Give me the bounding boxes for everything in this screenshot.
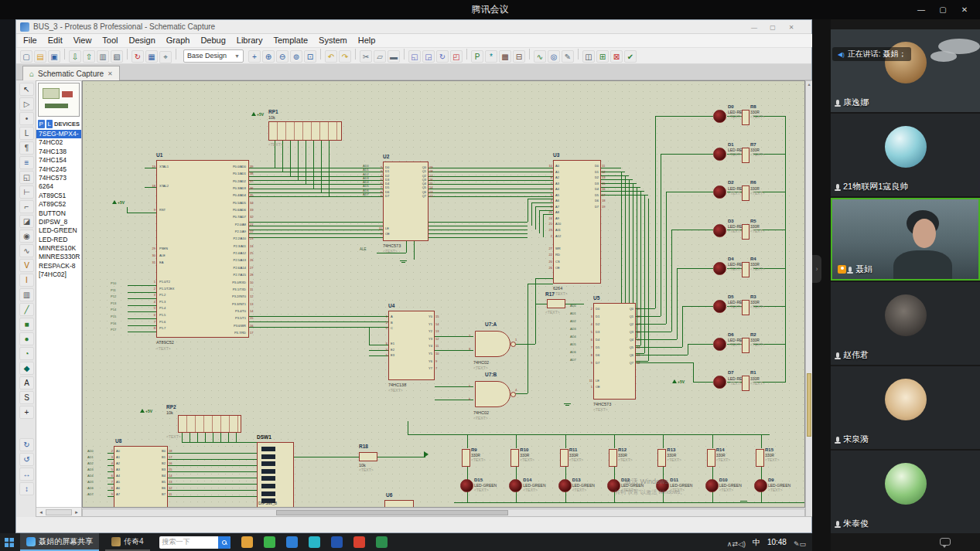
- component-u2[interactable]: D0D1D2D3D4D5D6D7 Q0Q1Q2Q3Q4Q5Q6Q7 LEOE 2…: [383, 162, 429, 241]
- taskbar-game-button[interactable]: 传奇4: [105, 533, 150, 551]
- resistor[interactable]: R13330R<TEXT>: [656, 447, 699, 478]
- bus-mode-icon[interactable]: ≡: [19, 156, 34, 169]
- participant-tile[interactable]: 康逸娜: [831, 29, 980, 112]
- menu-item[interactable]: Help: [353, 34, 381, 47]
- component-rp2[interactable]: [178, 415, 241, 433]
- zoom-out-icon[interactable]: ⊖: [276, 50, 289, 63]
- participant-tile[interactable]: 朱泰俊: [831, 451, 980, 533]
- resistor[interactable]: R2330R<TEXT>: [740, 332, 775, 365]
- search-tag-icon[interactable]: ◎: [548, 50, 560, 63]
- current-probe-mode-icon[interactable]: I: [19, 274, 34, 287]
- device-list-item[interactable]: 7SEG-MPX4-: [36, 130, 81, 138]
- component-u3[interactable]: A0A1A2A3A4A5A6A7A8A9A10A11A12 WRRDCSOE D…: [553, 160, 601, 284]
- markers-mode-icon[interactable]: +: [19, 406, 34, 419]
- resistor[interactable]: R7330R<TEXT>: [740, 142, 775, 175]
- resistor[interactable]: R15330R<TEXT>: [754, 447, 797, 478]
- app-blue-icon[interactable]: [331, 536, 343, 548]
- led[interactable]: D9LED-GREEN<TEXT>: [754, 478, 797, 504]
- selection-mode-icon[interactable]: ↖: [19, 83, 34, 96]
- toggle-grid-icon[interactable]: ▦: [145, 50, 158, 63]
- junction-dot-mode-icon[interactable]: •: [19, 112, 34, 125]
- component-r18[interactable]: [359, 452, 377, 461]
- mark-output-area-icon[interactable]: ▧: [111, 50, 123, 63]
- menu-item[interactable]: Design: [124, 34, 161, 47]
- led[interactable]: D15LED-GREEN<TEXT>: [460, 478, 504, 504]
- component-u5[interactable]: D0D1D2D3D4D5D6D7 Q0Q1Q2Q3Q4Q5Q6Q7 LEOE 2…: [593, 303, 636, 400]
- window-close-icon[interactable]: ✕: [782, 20, 801, 34]
- block-copy-icon[interactable]: ◱: [408, 50, 421, 63]
- resistor[interactable]: R12330R<TEXT>: [607, 447, 650, 478]
- 2d-symbol-mode-icon[interactable]: S: [19, 391, 34, 404]
- tab-close-icon[interactable]: ✕: [108, 70, 113, 77]
- new-file-icon[interactable]: ▢: [20, 50, 32, 63]
- device-list-item[interactable]: 6264: [36, 182, 81, 191]
- app-folder-icon[interactable]: [241, 536, 253, 548]
- device-list-item[interactable]: MINRES330R: [36, 253, 81, 261]
- undo-icon[interactable]: ↶: [325, 50, 337, 63]
- resistor[interactable]: R10330R<TEXT>: [509, 447, 552, 478]
- device-list-item[interactable]: DIPSW_8: [36, 218, 81, 226]
- search-button[interactable]: [218, 536, 230, 549]
- scroll-track[interactable]: [46, 509, 72, 515]
- app-red-icon[interactable]: [353, 536, 365, 548]
- virtual-instruments-mode-icon[interactable]: ▥: [19, 288, 34, 301]
- print-icon[interactable]: ▥: [97, 50, 109, 63]
- device-list-item[interactable]: LED-RED: [36, 236, 81, 244]
- property-assignment-icon[interactable]: ✎: [562, 50, 574, 63]
- remove-sheet-icon[interactable]: ⊠: [610, 50, 623, 63]
- refresh-icon[interactable]: ↻: [131, 50, 144, 63]
- resistor[interactable]: R3330R<TEXT>: [740, 294, 775, 327]
- device-pin-mode-icon[interactable]: ⌐: [19, 200, 34, 213]
- component-dsw1[interactable]: [257, 442, 294, 508]
- make-device-icon[interactable]: *: [485, 50, 497, 63]
- scroll-thumb[interactable]: [807, 373, 811, 437]
- device-list-item[interactable]: BUTTON: [36, 209, 81, 218]
- resistor[interactable]: R9330R<TEXT>: [460, 447, 504, 478]
- tape-recorder-mode-icon[interactable]: ◉: [19, 230, 34, 243]
- rotate-clockwise-icon[interactable]: ↻: [19, 438, 34, 451]
- decompose-icon[interactable]: ⊟: [513, 50, 525, 63]
- import-icon[interactable]: ⇩: [69, 50, 81, 63]
- led[interactable]: D13LED-GREEN<TEXT>: [558, 478, 602, 504]
- wire-autorouter-icon[interactable]: ∿: [534, 50, 546, 63]
- redo-icon[interactable]: ↷: [339, 50, 351, 63]
- menu-item[interactable]: Graph: [161, 34, 196, 47]
- tray-ink-icon[interactable]: ✎: [794, 540, 800, 548]
- library-button[interactable]: L: [46, 120, 53, 128]
- device-list-item[interactable]: MINRES10K: [36, 244, 81, 253]
- menu-item[interactable]: Edit: [43, 34, 68, 47]
- tray-expand-icon[interactable]: ∧: [727, 540, 732, 548]
- close-icon[interactable]: ✕: [954, 0, 975, 19]
- scroll-left-icon[interactable]: ◂: [36, 509, 46, 515]
- 2d-circle-mode-icon[interactable]: ●: [19, 332, 34, 345]
- electrical-rule-check-icon[interactable]: ✔: [624, 50, 637, 63]
- device-list-item[interactable]: 74HC573: [36, 174, 81, 182]
- app-browser-icon[interactable]: [286, 536, 298, 548]
- windows-start-icon[interactable]: [5, 538, 14, 547]
- participant-tile[interactable]: 宋泉漪: [831, 366, 980, 449]
- taskbar-share-button[interactable]: 聂娟的屏幕共享: [20, 533, 99, 551]
- voltage-probe-mode-icon[interactable]: V: [19, 259, 34, 272]
- schematic-canvas[interactable]: RP1 10k <TEXT> XTAL1XTAL2 RST PSENALEEA …: [82, 80, 805, 508]
- rotate-anticlockwise-icon[interactable]: ↺: [19, 453, 34, 466]
- wire-label-mode-icon[interactable]: L: [19, 127, 34, 140]
- block-delete-icon[interactable]: ◰: [450, 50, 463, 63]
- export-icon[interactable]: ⇧: [83, 50, 95, 63]
- resistor[interactable]: R4330R<TEXT>: [740, 257, 775, 289]
- pick-devices-button[interactable]: P: [38, 120, 45, 128]
- tray-volume-icon[interactable]: ◁): [738, 540, 746, 548]
- led[interactable]: D14LED-GREEN<TEXT>: [509, 478, 552, 504]
- design-explorer-icon[interactable]: ◫: [582, 50, 595, 63]
- zoom-in-icon[interactable]: ⊕: [262, 50, 275, 63]
- 2d-text-mode-icon[interactable]: A: [19, 376, 34, 389]
- taskbar-clock[interactable]: 10:48: [767, 538, 787, 546]
- scroll-thumb[interactable]: [276, 510, 508, 515]
- device-list-item[interactable]: RESPACK-8: [36, 262, 81, 270]
- menu-item[interactable]: Template: [268, 34, 313, 47]
- component-mode-icon[interactable]: ▷: [19, 97, 34, 111]
- pick-parts-icon[interactable]: P: [471, 50, 483, 63]
- dip-switches[interactable]: [261, 447, 275, 505]
- participant-tile[interactable]: 21物联网1寇良帅: [831, 114, 980, 196]
- block-rotate-icon[interactable]: ↻: [436, 50, 449, 63]
- cut-icon[interactable]: ✂: [360, 50, 372, 63]
